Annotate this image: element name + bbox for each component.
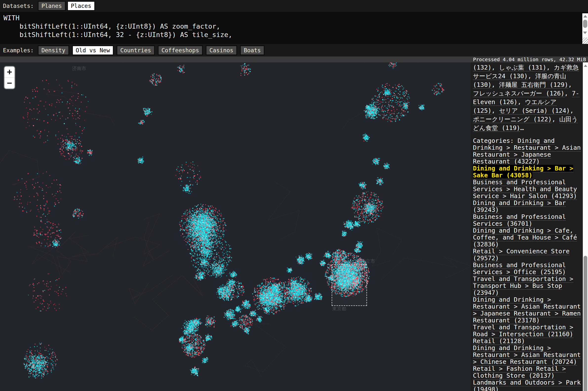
category-link[interactable]: Travel and Transportation > Road > Inter… — [473, 324, 573, 338]
examples-bar: Examples: DensityOld vs NewCountriesCoff… — [0, 44, 588, 57]
map-canvas[interactable] — [0, 62, 471, 391]
editor-scrollbar-thumb[interactable] — [583, 20, 587, 28]
brand-link[interactable]: セリア (Seria) (124) — [499, 107, 570, 114]
example-button-old-vs-new[interactable]: Old vs New — [72, 45, 114, 55]
map-view[interactable]: 日立市東京都济南市 + − — [0, 62, 471, 391]
category-link[interactable]: Retail (21128) — [473, 337, 525, 345]
editor-scroll-up-icon[interactable] — [583, 15, 587, 17]
datasets-label: Datasets: — [3, 3, 34, 9]
status-bar: Processed 4.04 million rows, 42.32 MiB — [0, 57, 588, 62]
map-selection-rectangle[interactable] — [332, 265, 367, 306]
example-buttons: DensityOld vs NewCountriesCoffeeshopsCas… — [38, 45, 265, 55]
top-names-list: (132), しゃぶ葉 (131), カギ救急サービス24 (130), 洋服の… — [473, 63, 581, 132]
example-button-boats[interactable]: Boats — [240, 45, 265, 55]
query-editor[interactable]: WITH bitShiftLeft(1::UInt64, {z:UInt8}) … — [0, 12, 588, 44]
category-link[interactable]: Travel and Transportation > Transport Hu… — [473, 275, 573, 296]
dataset-buttons: PlanesPlaces — [38, 1, 95, 11]
example-button-countries[interactable]: Countries — [117, 45, 155, 55]
query-stats: Processed 4.04 million rows, 42.32 MiB — [473, 57, 586, 62]
map-zoom-control: + − — [4, 66, 15, 89]
page-scrollbar-thumb[interactable] — [584, 256, 587, 391]
category-link[interactable]: Landmarks and Outdoors > Park (19498) — [473, 379, 581, 391]
editor-scrollbar[interactable] — [582, 13, 588, 44]
category-link[interactable]: Business and Professional Services > Hea… — [473, 179, 577, 200]
example-button-casinos[interactable]: Casinos — [206, 45, 237, 55]
editor-scroll-down-icon[interactable] — [583, 32, 587, 34]
results-sidebar: (132), しゃぶ葉 (131), カギ救急サービス24 (130), 洋服の… — [471, 62, 583, 391]
query-code[interactable]: WITH bitShiftLeft(1::UInt64, {z:UInt8}) … — [0, 12, 588, 39]
categories-label: Categories: — [473, 137, 518, 144]
page-scroll-up-icon[interactable] — [584, 65, 587, 67]
category-link[interactable]: Dining and Drinking > Restaurant > Asian… — [473, 296, 581, 324]
category-link[interactable]: Retail > Convenience Store (29572) — [473, 248, 570, 262]
categories-list: Categories: Dining and Drinking > Restau… — [473, 137, 581, 391]
dataset-button-planes[interactable]: Planes — [38, 1, 66, 11]
dataset-button-places[interactable]: Places — [67, 1, 95, 11]
examples-label: Examples: — [3, 47, 34, 54]
category-link[interactable]: Dining and Drinking > Cafe, Coffee, and … — [473, 227, 577, 248]
category-link[interactable]: Retail > Fashion Retail > Clothing Store… — [473, 365, 566, 380]
editor-resize-grip-icon[interactable] — [582, 37, 588, 44]
category-link[interactable]: Business and Professional Services (3670… — [473, 213, 566, 227]
brand-link[interactable]: しゃぶ葉 (131) — [499, 64, 546, 71]
example-button-coffeeshops[interactable]: Coffeeshops — [158, 45, 203, 55]
category-link-highlighted[interactable]: Dining and Drinking > Bar > Sake Bar (43… — [473, 165, 573, 179]
brand-link[interactable]: (132) — [473, 64, 491, 71]
brand-link[interactable]: ポニークリーニング (122) — [473, 116, 552, 123]
category-link[interactable]: Dining and Drinking > Restaurant > Asian… — [473, 344, 581, 366]
brand-link[interactable]: フレッシュネスバーガー (126) — [473, 90, 565, 97]
category-link[interactable]: Dining and Drinking > Bar (39243) — [473, 199, 566, 214]
category-link[interactable]: Business and Professional Services > Off… — [473, 262, 566, 276]
zoom-in-button[interactable]: + — [4, 67, 14, 78]
zoom-out-button[interactable]: − — [4, 78, 14, 89]
datasets-bar: Datasets: PlanesPlaces — [0, 0, 588, 12]
example-button-density[interactable]: Density — [38, 45, 69, 55]
brand-link[interactable]: 洋麺屋 五右衛門 (129) — [499, 81, 568, 89]
page-scrollbar[interactable] — [583, 62, 588, 391]
